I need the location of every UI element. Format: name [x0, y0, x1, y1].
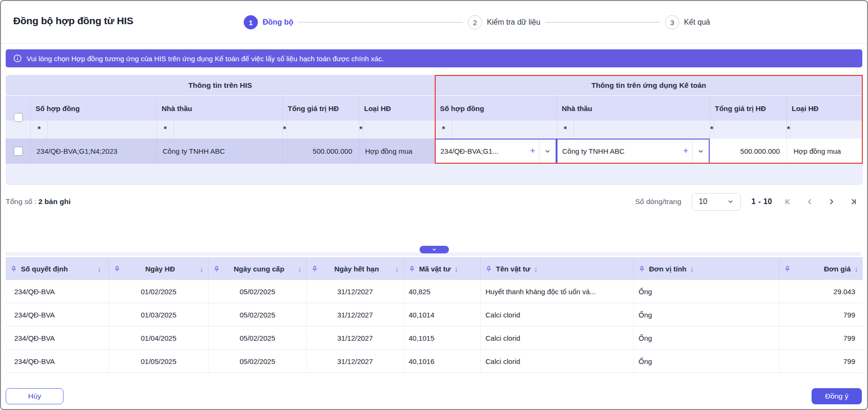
- sort-desc-icon[interactable]: ↓: [298, 265, 302, 273]
- filter-input-acc-tong-gia-tri[interactable]: [714, 121, 786, 139]
- acc-vendor-select[interactable]: Công ty TNHH ABC +: [557, 139, 710, 164]
- cell-ngay-hd: 01/04/2025: [109, 326, 208, 350]
- pin-icon[interactable]: [213, 265, 220, 272]
- sort-desc-icon[interactable]: ↓: [395, 265, 399, 273]
- detail-header-ten-vat-tu[interactable]: Tên vật tư ↓: [480, 257, 633, 280]
- col-header-his-loai-hd: Loại HĐ: [359, 96, 435, 121]
- col-header-acc-loai-hd: Loại HĐ: [786, 96, 863, 121]
- cell-acc-tong-gia-tri: 500.000.000: [710, 139, 786, 164]
- cell-ngay-het-han: 31/12/2027: [306, 280, 403, 303]
- col-header-his-so-hop-dong: Số hợp đồng: [30, 96, 156, 121]
- step-1-label: Đồng bộ: [263, 18, 293, 27]
- filter-input-his-tong-gia-tri[interactable]: [287, 121, 359, 139]
- page-title: Đồng bộ hợp đồng từ HIS: [13, 15, 133, 27]
- detail-header-so-quyet-dinh[interactable]: Số quyết định ↓: [6, 257, 109, 280]
- first-page-icon[interactable]: [783, 196, 793, 207]
- cancel-button[interactable]: Hủy: [6, 388, 64, 404]
- sort-desc-icon[interactable]: ↓: [855, 265, 859, 273]
- add-vendor-icon[interactable]: +: [680, 146, 692, 157]
- total-value: 2 bản ghi: [38, 197, 71, 205]
- action-bar: Hủy Đồng ý: [1, 373, 867, 408]
- last-page-icon[interactable]: [848, 196, 859, 207]
- column-label: Mã vật tư: [419, 265, 451, 273]
- cell-so-quyet-dinh: 234/QĐ-BVA: [6, 326, 109, 350]
- acc-contract-value: 234/QĐ-BVA;G1...: [436, 147, 527, 155]
- sort-desc-icon[interactable]: ↓: [200, 265, 204, 273]
- filter-cell: *: [283, 121, 359, 139]
- pagination-bar: Tổng số : 2 bản ghi Số dòng/trang 10 1 -…: [1, 185, 867, 218]
- step-connector: [545, 22, 660, 23]
- pin-icon[interactable]: [114, 265, 120, 272]
- panel-splitter: [1, 218, 867, 257]
- prev-page-icon[interactable]: [804, 196, 815, 207]
- rows-per-page-label: Số dòng/trang: [635, 197, 681, 206]
- cell-ma-vat-tu: 40,1016: [403, 350, 480, 373]
- detail-header-don-vi-tinh[interactable]: Đơn vị tính ↓: [633, 257, 779, 280]
- filter-cell: *: [435, 121, 557, 139]
- detail-header-ngay-het-han[interactable]: Ngày hết hạn ↓: [306, 257, 403, 280]
- sort-desc-icon[interactable]: ↓: [690, 265, 694, 273]
- pin-icon[interactable]: [639, 265, 645, 272]
- required-marker: *: [157, 121, 174, 139]
- filter-input-his-loai-hd[interactable]: [363, 121, 435, 139]
- step-1-circle[interactable]: 1: [244, 15, 258, 29]
- sort-desc-icon[interactable]: ↓: [98, 265, 104, 273]
- table-footer-band: [6, 164, 863, 185]
- confirm-button[interactable]: Đồng ý: [812, 388, 862, 404]
- pin-icon[interactable]: [485, 265, 492, 272]
- detail-header-ngay-cung-cap[interactable]: Ngày cung cấp ↓: [208, 257, 306, 280]
- required-marker: *: [435, 121, 452, 139]
- filter-input-his-so-hop-dong[interactable]: [48, 121, 156, 139]
- header: Đồng bộ hợp đồng từ HIS 1 Đồng bộ 2 Kiểm…: [1, 1, 867, 44]
- pin-icon[interactable]: [311, 265, 318, 272]
- select-all-cell: [6, 96, 30, 139]
- rows-per-page-select[interactable]: 10: [692, 193, 741, 211]
- step-3-circle[interactable]: 3: [665, 15, 679, 29]
- filter-input-acc-loai-hd[interactable]: [791, 121, 863, 139]
- filter-input-acc-so-hop-dong[interactable]: [452, 121, 557, 139]
- row-checkbox[interactable]: [14, 147, 23, 156]
- cell-don-vi-tinh: Ống: [633, 350, 779, 373]
- pin-icon[interactable]: [10, 265, 17, 272]
- filter-cell: *: [359, 121, 435, 139]
- sync-contracts-screen: Đồng bộ hợp đồng từ HIS 1 Đồng bộ 2 Kiểm…: [0, 0, 868, 410]
- cell-don-vi-tinh: Ống: [633, 280, 779, 303]
- detail-header-don-gia[interactable]: Đơn giá ↓: [779, 257, 863, 280]
- detail-header-ngay-hd[interactable]: Ngày HĐ ↓: [109, 257, 208, 280]
- required-marker: *: [359, 121, 363, 139]
- cell-acc-so-hop-dong: 234/QĐ-BVA;G1... +: [435, 139, 557, 164]
- pin-icon[interactable]: [409, 265, 415, 272]
- sort-desc-icon[interactable]: ↓: [455, 265, 458, 273]
- collapse-handle[interactable]: [420, 246, 449, 253]
- stepper: 1 Đồng bộ 2 Kiểm tra dữ liệu 3 Kết quả: [244, 1, 710, 44]
- pin-icon[interactable]: [784, 265, 791, 272]
- filter-cell: *: [710, 121, 786, 139]
- next-page-icon[interactable]: [826, 196, 837, 207]
- cell-ten-vat-tu: Calci clorid: [480, 326, 633, 350]
- filter-input-acc-nha-thau[interactable]: [574, 121, 710, 139]
- step-2-circle[interactable]: 2: [468, 15, 482, 29]
- cell-so-quyet-dinh: 234/QĐ-BVA: [6, 350, 109, 373]
- cell-ngay-hd: 01/03/2025: [109, 303, 208, 326]
- row-select-cell: [6, 139, 30, 164]
- required-marker: *: [787, 121, 791, 139]
- chevron-down-icon[interactable]: [539, 140, 556, 163]
- total-label: Tổng số :: [6, 197, 37, 205]
- cell-ngay-cung-cap: 05/02/2025: [208, 280, 306, 303]
- chevron-down-icon: [431, 247, 437, 252]
- cell-so-quyet-dinh: 234/QĐ-BVA: [6, 280, 109, 303]
- required-marker: *: [31, 121, 48, 139]
- filter-input-his-nha-thau[interactable]: [174, 121, 283, 139]
- chevron-down-icon[interactable]: [693, 140, 709, 163]
- info-icon: [13, 54, 22, 63]
- acc-contract-select[interactable]: 234/QĐ-BVA;G1... +: [435, 139, 557, 164]
- info-banner: Vui lòng chọn Hợp đồng tương ứng của HIS…: [6, 49, 862, 67]
- add-contract-icon[interactable]: +: [527, 146, 539, 157]
- cell-ngay-cung-cap: 05/02/2025: [208, 350, 306, 373]
- required-marker: *: [557, 121, 574, 139]
- col-header-acc-nha-thau: Nhà thầu: [557, 96, 710, 121]
- sort-desc-icon[interactable]: ↓: [534, 265, 538, 273]
- detail-header-ma-vat-tu[interactable]: Mã vật tư ↓: [403, 257, 480, 280]
- cell-don-vi-tinh: Ống: [633, 303, 779, 326]
- select-all-checkbox[interactable]: [14, 113, 23, 122]
